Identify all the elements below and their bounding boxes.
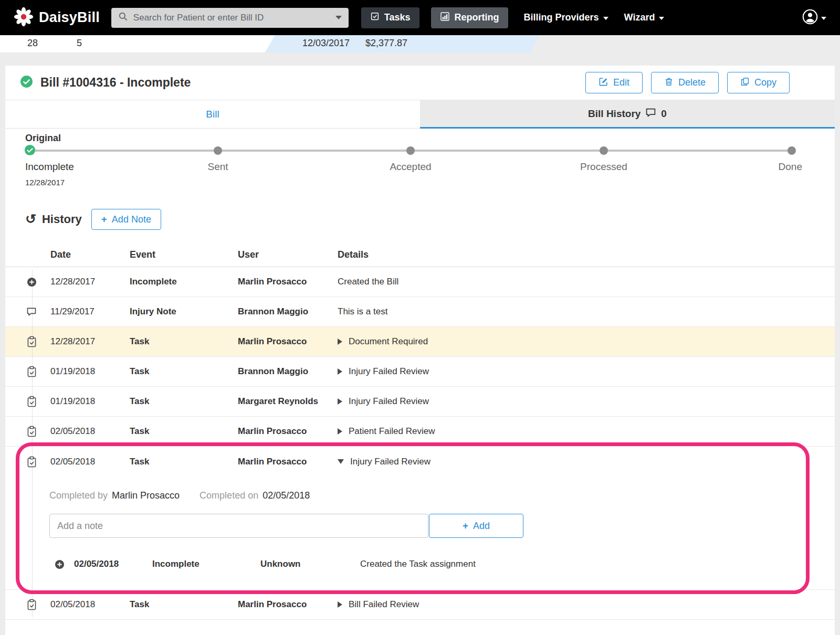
reporting-button[interactable]: Reporting <box>431 7 508 28</box>
tab-bill-history[interactable]: Bill History 0 <box>420 100 835 129</box>
row-details: Created the Bill <box>338 277 835 287</box>
chevron-down-icon <box>603 17 608 20</box>
edit-icon <box>598 77 608 89</box>
row-event-icon <box>5 396 50 407</box>
copy-icon <box>740 77 750 89</box>
history-rows: 12/28/2017 Incomplete Marlin Prosacco Cr… <box>5 267 835 620</box>
row-event-icon <box>5 306 50 317</box>
tab-bill-history-label: Bill History <box>588 108 640 120</box>
background-strip-white <box>0 35 279 52</box>
chevron-down-icon <box>821 17 826 20</box>
row-date: 02/05/2018 <box>50 457 130 467</box>
row-event-icon <box>5 426 50 437</box>
row-event-icon <box>5 336 50 347</box>
table-row: 02/05/2018 Task Marlin Prosacco Patient … <box>5 417 835 447</box>
expanded-task-panel: Completed by Marlin Prosacco Completed o… <box>5 477 835 590</box>
tasks-label: Tasks <box>384 12 411 23</box>
timeline-step-label: Sent <box>207 161 228 173</box>
row-user: Brannon Maggio <box>238 306 338 317</box>
row-event: Task <box>130 426 238 437</box>
table-row: 01/19/2018 Task Brannon Maggio Injury Fa… <box>5 357 835 387</box>
row-event-icon <box>5 456 50 468</box>
row-details-text: Injury Failed Review <box>350 457 430 467</box>
global-search[interactable] <box>111 8 349 28</box>
row-details[interactable]: Injury Failed Review <box>338 457 835 467</box>
copy-label: Copy <box>754 77 776 88</box>
wizard-menu[interactable]: Wizard <box>624 12 665 23</box>
delete-button[interactable]: Delete <box>651 72 719 93</box>
row-details[interactable]: Injury Failed Review <box>338 396 835 407</box>
timeline-node-processed <box>600 146 608 155</box>
billing-providers-menu[interactable]: Billing Providers <box>524 12 608 23</box>
row-event: Incomplete <box>130 277 238 287</box>
status-check-icon <box>20 75 33 90</box>
tab-bill-history-count: 0 <box>661 108 667 120</box>
timeline-node-sent <box>214 146 222 155</box>
add-note-button[interactable]: + Add Note <box>91 209 161 230</box>
add-note-submit-button[interactable]: + Add <box>429 514 523 538</box>
completed-on-label: Completed on <box>200 490 258 501</box>
subrow-event: Incomplete <box>152 559 260 569</box>
completed-on-value: 02/05/2018 <box>262 490 310 501</box>
add-note-label: Add Note <box>112 214 151 225</box>
account-menu[interactable] <box>802 9 826 27</box>
row-date: 11/29/2017 <box>50 306 130 317</box>
history-header: ↺ History + Add Note <box>5 208 835 230</box>
chevron-down-icon <box>659 17 664 20</box>
timeline-node-done <box>788 146 796 155</box>
row-event: Injury Note <box>130 306 238 317</box>
completed-line: Completed by Marlin Prosacco Completed o… <box>49 490 815 501</box>
table-row: 11/29/2017 Injury Note Brannon Maggio Th… <box>5 297 835 327</box>
copy-button[interactable]: Copy <box>727 72 790 93</box>
page-title: Bill #1004316 - Incomplete <box>40 76 191 90</box>
row-details-text: Injury Failed Review <box>349 366 429 377</box>
search-dropdown-caret-icon[interactable] <box>335 16 342 19</box>
table-row: 02/05/2018 Task Marlin Prosacco Injury F… <box>5 447 835 477</box>
tab-bill[interactable]: Bill <box>5 100 420 129</box>
note-row: + Add <box>49 514 815 538</box>
row-event: Task <box>130 599 238 610</box>
daisybill-logo-icon <box>14 7 34 29</box>
task-subrow: 02/05/2018 Incomplete Unknown Created th… <box>49 554 815 575</box>
edit-label: Edit <box>613 77 629 88</box>
brand[interactable]: DaisyBill <box>14 7 100 29</box>
plus-icon: + <box>463 520 468 532</box>
completed-by-value: Marlin Prosacco <box>112 490 180 501</box>
history-title: ↺ History <box>25 213 82 226</box>
row-date: 01/19/2018 <box>50 366 130 377</box>
timeline-step-label: Incomplete <box>25 161 74 173</box>
row-event-icon <box>5 599 50 610</box>
table-row: 12/28/2017 Incomplete Marlin Prosacco Cr… <box>5 267 835 297</box>
delete-label: Delete <box>678 77 706 88</box>
row-details[interactable]: Document Required <box>338 336 835 347</box>
row-date: 12/28/2017 <box>50 336 130 347</box>
row-details[interactable]: Bill Failed Review <box>338 599 835 610</box>
edit-button[interactable]: Edit <box>585 72 643 93</box>
tab-bill-label: Bill <box>206 109 219 120</box>
tasks-button[interactable]: Tasks <box>361 7 419 28</box>
search-input[interactable] <box>133 13 330 23</box>
bill-card: Bill #1004316 - Incomplete Edit Delete C… <box>5 66 835 635</box>
billing-providers-label: Billing Providers <box>524 12 599 23</box>
top-navbar: DaisyBill Tasks Reporting Billing Provid… <box>0 0 840 35</box>
row-details[interactable]: Injury Failed Review <box>338 366 835 377</box>
wizard-label: Wizard <box>624 12 655 23</box>
column-header-user: User <box>238 249 338 260</box>
bill-status-timeline: Original Incomplete Sent Accepted Proces… <box>5 129 835 192</box>
caret-icon <box>338 428 342 435</box>
subrow-plus-icon <box>49 559 74 569</box>
user-avatar-icon <box>802 9 818 27</box>
plus-icon: + <box>101 214 107 225</box>
bill-tabs: Bill Bill History 0 <box>5 100 835 129</box>
subrow-date: 02/05/2018 <box>74 559 152 569</box>
note-input[interactable] <box>49 514 428 538</box>
bar-chart-icon <box>440 12 450 24</box>
row-details[interactable]: Patient Failed Review <box>338 426 835 437</box>
row-details-text: Created the Bill <box>338 277 398 287</box>
timeline-check-icon <box>24 144 36 158</box>
caret-icon <box>338 601 342 608</box>
row-date: 12/28/2017 <box>50 277 130 287</box>
row-details-text: Document Required <box>349 336 428 347</box>
row-details: This is a test <box>338 306 835 317</box>
row-event: Task <box>130 457 238 467</box>
